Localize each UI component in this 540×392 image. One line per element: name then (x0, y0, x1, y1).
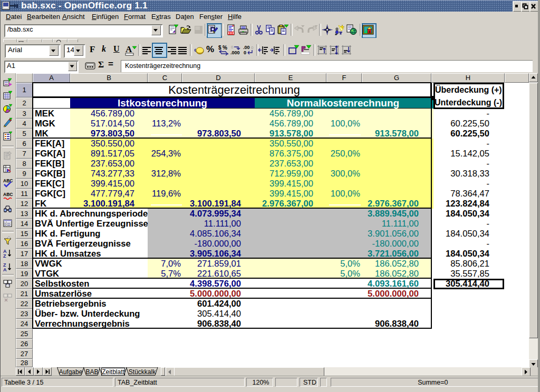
svg-text:ABC: ABC (3, 192, 13, 197)
svg-text:A: A (126, 44, 132, 54)
svg-text:$: $ (218, 45, 221, 51)
svg-text:Z: Z (3, 253, 6, 258)
svg-text:.000: .000 (230, 50, 240, 55)
svg-text:0: 0 (244, 50, 246, 55)
svg-text:%: % (223, 45, 227, 51)
svg-text:A: A (3, 267, 7, 272)
svg-text:.00: .00 (243, 45, 250, 50)
svg-text:0: 0 (251, 45, 254, 50)
svg-text:ABC: ABC (3, 178, 13, 183)
svg-text:0: 0 (231, 45, 234, 50)
